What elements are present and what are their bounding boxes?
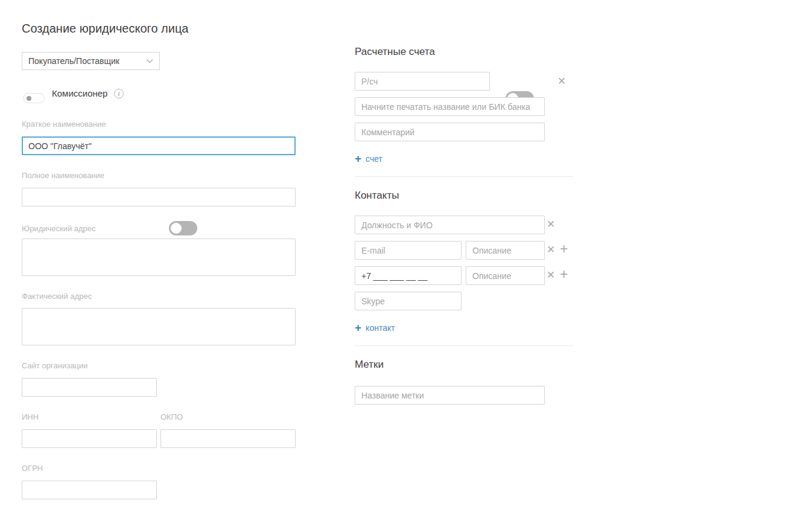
contact-email-desc-input[interactable] xyxy=(466,241,545,260)
short-name-input[interactable] xyxy=(22,136,296,155)
counterparty-type-value: Покупатель/Поставщик xyxy=(28,56,119,66)
remove-account-icon[interactable]: ✕ xyxy=(557,76,566,86)
legal-address-toggle[interactable] xyxy=(169,221,197,235)
info-icon[interactable]: i xyxy=(114,89,124,98)
account-comment-input[interactable] xyxy=(355,123,545,141)
remove-email-icon[interactable]: ✕ xyxy=(547,245,555,255)
website-input[interactable] xyxy=(22,378,157,397)
page-title: Создание юридического лица xyxy=(22,22,189,36)
add-phone-icon[interactable]: + xyxy=(560,267,568,281)
contact-person-input[interactable] xyxy=(355,216,545,234)
tags-heading: Метки xyxy=(355,359,384,371)
section-divider xyxy=(355,345,573,346)
inn-label: ИНН xyxy=(22,412,39,421)
add-contact-link[interactable]: + контакт xyxy=(355,322,395,333)
full-name-input[interactable] xyxy=(22,188,296,207)
okpo-label: ОКПО xyxy=(160,412,183,421)
add-contact-label: контакт xyxy=(366,323,395,333)
chevron-down-icon xyxy=(146,59,153,63)
short-name-label: Краткое наименование xyxy=(22,120,106,129)
contact-phone-desc-input[interactable] xyxy=(466,266,545,285)
legal-address-textarea[interactable] xyxy=(22,239,296,276)
contact-skype-input[interactable] xyxy=(355,292,462,310)
legal-address-label: Юридический адрес xyxy=(22,224,96,233)
commissioner-label: Комиссионер xyxy=(52,88,107,98)
remove-phone-icon[interactable]: ✕ xyxy=(547,270,555,280)
contact-phone-input[interactable] xyxy=(355,266,462,285)
plus-icon: + xyxy=(355,322,361,333)
accounts-heading: Расчетные счета xyxy=(355,46,435,58)
account-number-input[interactable] xyxy=(355,72,490,91)
bank-search-input[interactable] xyxy=(355,97,545,116)
toggle-knob xyxy=(27,96,31,101)
actual-address-textarea[interactable] xyxy=(22,308,296,345)
remove-contact-icon[interactable]: ✕ xyxy=(547,219,555,229)
full-name-label: Полное наименование xyxy=(22,171,104,180)
add-account-link[interactable]: + счет xyxy=(355,153,382,164)
ogrn-input[interactable] xyxy=(22,481,157,499)
tag-name-input[interactable] xyxy=(355,386,545,405)
contacts-heading: Контакты xyxy=(355,190,399,202)
plus-icon: + xyxy=(355,153,361,164)
commissioner-toggle[interactable] xyxy=(23,93,45,103)
toggle-knob xyxy=(171,223,182,234)
add-account-label: счет xyxy=(366,154,382,164)
inn-input[interactable] xyxy=(22,429,157,448)
actual-address-label: Фактический адрес xyxy=(22,292,92,301)
main-column: Создание юридического лица Покупатель/По… xyxy=(0,0,812,17)
website-label: Сайт организации xyxy=(22,361,87,370)
contact-email-input[interactable] xyxy=(355,241,462,260)
ogrn-label: ОГРН xyxy=(22,464,43,473)
section-divider xyxy=(355,176,573,177)
okpo-input[interactable] xyxy=(160,429,296,448)
add-email-icon[interactable]: + xyxy=(560,242,568,256)
counterparty-type-select[interactable]: Покупатель/Поставщик xyxy=(22,52,160,70)
